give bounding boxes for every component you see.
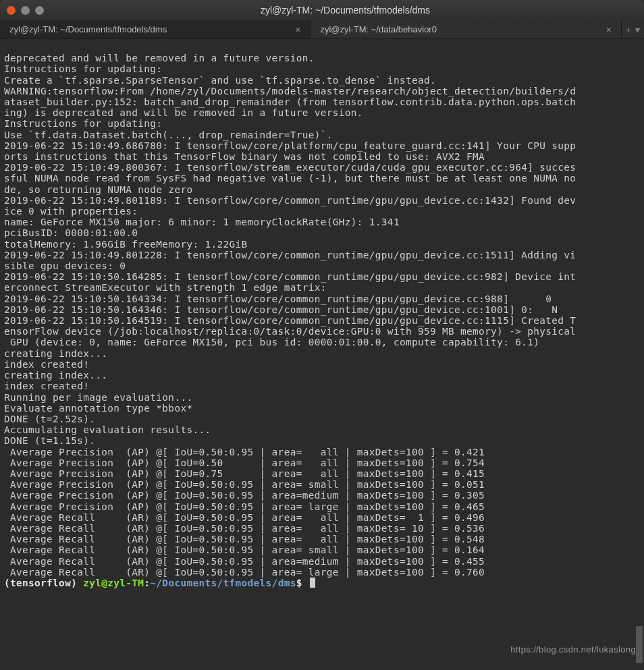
close-icon[interactable]: ×	[295, 24, 300, 35]
maximize-window-icon[interactable]	[35, 6, 44, 15]
scrollbar-thumb[interactable]	[636, 626, 643, 663]
tab-controls: + ▾	[622, 20, 644, 38]
tab-label: zyl@zyl-TM: ~/data/behavior0	[320, 24, 597, 34]
watermark: https://blog.csdn.net/lukaslong	[510, 644, 636, 655]
window-title: zyl@zyl-TM: ~/Documents/tfmodels/dms	[53, 5, 637, 16]
close-icon[interactable]: ×	[606, 24, 612, 35]
close-window-icon[interactable]	[7, 6, 16, 15]
cursor	[310, 578, 315, 588]
prompt-cwd: ~/Documents/tfmodels/dms	[150, 578, 296, 588]
prompt-userhost: zyl@zyl-TM	[83, 578, 144, 588]
prompt-dollar: $	[296, 578, 308, 588]
terminal-lines: deprecated and will be removed in a futu…	[4, 53, 576, 578]
prompt-sep: :	[144, 578, 150, 588]
prompt: (tensorflow) zyl@zyl-TM:~/Documents/tfmo…	[4, 578, 308, 588]
new-tab-icon[interactable]: +	[626, 24, 631, 35]
window-controls	[7, 6, 44, 15]
terminal-window: zyl@zyl-TM: ~/Documents/tfmodels/dms zyl…	[0, 0, 644, 670]
terminal-output[interactable]: deprecated and will be removed in a futu…	[0, 39, 644, 670]
prompt-env: (tensorflow)	[4, 578, 83, 588]
tab-menu-icon[interactable]: ▾	[635, 24, 640, 35]
scrollbar[interactable]	[635, 39, 644, 670]
tabbar: zyl@zyl-TM: ~/Documents/tfmodels/dms × z…	[0, 20, 644, 39]
tab-label: zyl@zyl-TM: ~/Documents/tfmodels/dms	[9, 24, 287, 34]
tab-0[interactable]: zyl@zyl-TM: ~/Documents/tfmodels/dms ×	[0, 20, 311, 38]
tab-1[interactable]: zyl@zyl-TM: ~/data/behavior0 ×	[311, 20, 621, 38]
minimize-window-icon[interactable]	[21, 6, 30, 15]
titlebar[interactable]: zyl@zyl-TM: ~/Documents/tfmodels/dms	[0, 0, 644, 20]
